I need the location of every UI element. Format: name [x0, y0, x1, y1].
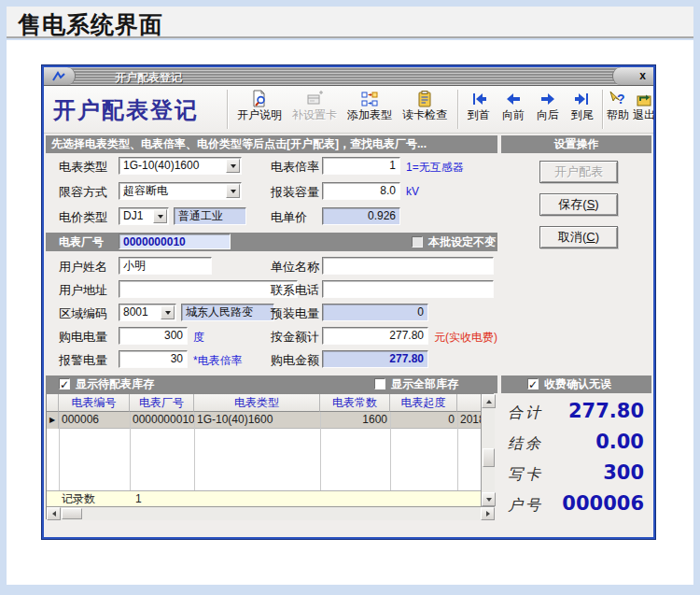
record-count-value: 1 — [135, 491, 142, 506]
chevron-down-icon — [231, 190, 236, 193]
page-header: 售电系统界面 — [7, 7, 693, 38]
toolbar-button-label: 到首 — [468, 108, 490, 121]
table-header-factory-no[interactable]: 电表厂号 — [130, 394, 194, 412]
area-code-dropdown-button[interactable] — [161, 305, 175, 319]
nav-last-icon — [573, 89, 592, 108]
table-grid-line — [390, 412, 391, 490]
arrow-down-icon — [486, 498, 492, 502]
price-type-dropdown-button[interactable] — [153, 209, 167, 223]
show-all-checkbox[interactable] — [374, 378, 385, 390]
unit-price-value: 0.926 — [322, 207, 400, 225]
toolbar-button-nav-prev[interactable]: 向前 — [497, 89, 529, 131]
meter-ratio-label: 电表倍率 — [271, 159, 319, 176]
area-desc: 城东人民路变 — [181, 304, 274, 321]
toolbar-separator — [227, 90, 229, 129]
capacity-input[interactable]: 8.0 — [322, 182, 400, 200]
scroll-right-button[interactable] — [481, 507, 495, 520]
toolbar-separator — [457, 90, 459, 129]
user-name-label: 用户姓名 — [59, 259, 107, 276]
table-grid-line — [457, 412, 458, 490]
nav-next-icon — [539, 89, 557, 108]
user-name-input[interactable]: 小明 — [119, 257, 212, 275]
toolbar-button-help[interactable]: ? 帮助 — [606, 89, 630, 131]
toolbar-button-label: 向前 — [502, 108, 525, 121]
factory-no-label: 电表厂号 — [59, 233, 104, 251]
cell-meter-type: 1G-10(40)1600 — [194, 412, 320, 429]
content-area: 开户配表登记 x 开户配表登记 开户说明 补设置卡 — [7, 40, 693, 585]
toolbar-button-account-help[interactable]: 开户说明 — [233, 89, 286, 131]
table-row[interactable]: ▶ 000006 0000000010 1G-10(40)1600 1600 0… — [47, 412, 481, 429]
limit-mode-select[interactable]: 超容断电 — [119, 182, 242, 200]
meter-type-select[interactable]: 1G-10(40)1600 — [119, 157, 242, 175]
toolbar-button-label: 补设置卡 — [292, 108, 337, 121]
exit-icon — [635, 89, 653, 108]
page-title: 售电系统界面 — [18, 9, 163, 40]
toolbar-button-nav-first[interactable]: 到首 — [463, 89, 495, 131]
save-label: 保存( — [558, 197, 586, 211]
alarm-qty-input[interactable]: 30 — [119, 350, 188, 368]
toolbar-button-nav-next[interactable]: 向后 — [532, 89, 564, 131]
cancel-button[interactable]: 取消(C) — [539, 226, 618, 248]
table-header-meter-no[interactable]: 电表编号 — [59, 394, 130, 412]
cell-constant: 1600 — [320, 412, 390, 429]
toolbar-button-nav-last[interactable]: 到尾 — [567, 89, 598, 131]
price-type-select[interactable]: DJ1 — [119, 207, 169, 225]
buy-qty-label: 购电电量 — [59, 329, 107, 346]
window-titlebar[interactable]: 开户配表登记 x — [44, 67, 653, 86]
record-count-label: 记录数 — [62, 491, 95, 506]
horizontal-scrollbar[interactable] — [47, 506, 495, 520]
phone-input[interactable] — [322, 280, 494, 298]
capacity-label: 报装容量 — [271, 184, 319, 201]
check-icon: ✓ — [60, 376, 69, 394]
buy-qty-input[interactable]: 300 — [119, 327, 188, 345]
factory-no-input[interactable]: 0000000010 — [119, 234, 231, 249]
by-amount-label: 按金额计 — [271, 329, 319, 346]
limit-mode-value: 超容断电 — [123, 184, 168, 197]
save-label-end: ) — [595, 197, 598, 211]
limit-mode-label: 限容方式 — [59, 184, 107, 201]
area-code-select[interactable]: 8001 — [119, 304, 176, 321]
meter-type-dropdown-button[interactable] — [226, 159, 240, 173]
fee-confirm-checkbox[interactable]: ✓ — [527, 378, 539, 390]
by-amount-input[interactable]: 277.80 — [322, 327, 428, 345]
unit-price-label: 电单价 — [271, 209, 307, 226]
meter-type-label: 电表类型 — [59, 159, 107, 176]
open-account-button: 开户配表 — [539, 161, 618, 183]
toolbar-button-exit[interactable]: 退出 — [632, 89, 656, 131]
toolbar-button-label: 退出 — [633, 108, 655, 121]
batch-fixed-checkbox[interactable] — [412, 236, 423, 248]
add-meter-type-icon — [360, 89, 379, 108]
horizontal-scroll-thumb[interactable] — [62, 508, 82, 519]
table-header-constant[interactable]: 电表常数 — [320, 394, 390, 412]
capacity-hint: kV — [406, 185, 419, 198]
close-button[interactable]: x — [612, 67, 653, 85]
account-no-value: 000006 — [504, 492, 644, 515]
unit-name-input[interactable] — [322, 257, 494, 275]
save-button[interactable]: 保存(S) — [539, 193, 618, 216]
table-grid-line — [194, 412, 195, 490]
toolbar: 开户配表登记 开户说明 补设置卡 添加表型 — [44, 86, 653, 134]
toolbar-separator — [602, 90, 604, 129]
unit-name-label: 单位名称 — [271, 259, 319, 276]
toolbar-button-card-check[interactable]: 读卡检查 — [399, 89, 451, 131]
scroll-left-button[interactable] — [47, 507, 61, 520]
toolbar-button-add-meter-type[interactable]: 添加表型 — [343, 89, 396, 131]
cancel-label-end: ) — [595, 230, 599, 244]
vertical-scroll-thumb[interactable] — [483, 448, 495, 467]
cancel-hotkey: C — [586, 230, 595, 244]
toolbar-button-label: 读卡检查 — [402, 108, 447, 121]
cancel-label: 取消( — [558, 230, 586, 244]
scroll-up-button[interactable] — [482, 394, 496, 408]
arrow-left-icon — [52, 511, 56, 517]
scroll-down-button[interactable] — [482, 492, 496, 506]
preload-label: 预装电量 — [271, 305, 319, 322]
limit-mode-dropdown-button[interactable] — [226, 184, 240, 198]
vertical-scrollbar[interactable] — [481, 394, 495, 506]
row-selector-icon: ▶ — [47, 412, 59, 429]
alarm-qty-label: 报警电量 — [59, 352, 107, 369]
show-all-label: 显示全部库存 — [391, 375, 458, 393]
meter-ratio-input[interactable]: 1 — [322, 157, 400, 175]
table-header-start[interactable]: 电表起度 — [390, 394, 457, 412]
show-pending-checkbox[interactable]: ✓ — [59, 378, 70, 390]
table-header-meter-type[interactable]: 电表类型 — [194, 394, 320, 412]
